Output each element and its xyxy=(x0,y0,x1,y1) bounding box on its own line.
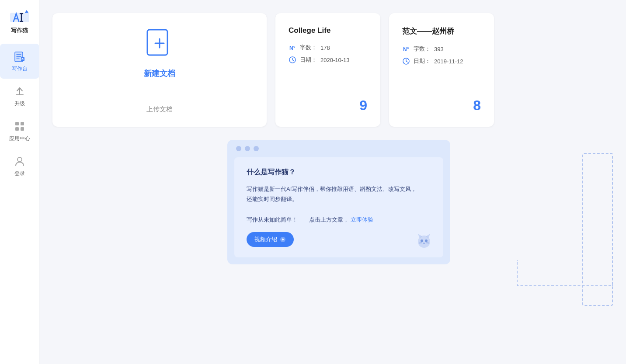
app-logo: 写作猫 xyxy=(0,0,39,44)
new-doc-icon xyxy=(142,26,177,61)
info-panel-title: 什么是写作猫？ xyxy=(247,168,431,177)
info-desc-line2: 还能实时同步翻译。 xyxy=(247,196,298,202)
doc-count-college-life: 9 xyxy=(289,89,367,114)
doc-card-college-life[interactable]: College Life N° 字数： 178 xyxy=(275,13,380,127)
video-intro-button[interactable]: 视频介绍 xyxy=(247,232,294,247)
cards-row: 新建文档 上传文档 College Life N° 字数： 178 xyxy=(52,13,613,127)
date-value: 2020-10-13 xyxy=(320,57,350,63)
svg-point-16 xyxy=(421,239,423,242)
sidebar-app-center-label: 应用中心 xyxy=(9,135,30,142)
main-content: 新建文档 上传文档 College Life N° 字数： 178 xyxy=(39,0,626,364)
doc-count-zhaozhou: 8 xyxy=(402,89,481,114)
doc-title-zhaozhou: 范文——赵州桥 xyxy=(402,26,481,36)
svg-rect-4 xyxy=(15,122,19,125)
new-doc-top: 新建文档 xyxy=(142,26,177,79)
info-panel-desc: 写作猫是新一代AI写作伴侣，帮你推敲用语、斟酌文法、改写文风， 还能实时同步翻译… xyxy=(247,184,431,225)
doc-title-college-life: College Life xyxy=(289,26,367,35)
app-name: 写作猫 xyxy=(11,27,28,35)
new-doc-title: 新建文档 xyxy=(144,68,175,79)
play-icon xyxy=(280,236,286,243)
sidebar-item-writing-desk[interactable]: 写作台 xyxy=(0,44,39,79)
info-panel-header xyxy=(227,140,450,157)
cat-mascot xyxy=(414,229,435,250)
sidebar-upgrade-label: 升级 xyxy=(14,100,25,107)
word-count-value: 178 xyxy=(320,45,330,51)
window-dot-3 xyxy=(254,146,259,151)
window-dot-2 xyxy=(245,146,250,151)
doc-card-content: College Life N° 字数： 178 xyxy=(289,26,367,64)
date-label-2: 日期： xyxy=(414,57,431,65)
doc-meta-college-life: N° 字数： 178 日期： xyxy=(289,44,367,64)
date-value-2: 2019-11-12 xyxy=(434,58,463,65)
svg-text:N°: N° xyxy=(289,45,296,51)
svg-point-8 xyxy=(17,157,22,162)
sidebar-login-label: 登录 xyxy=(14,170,25,177)
date-item-2: 日期： 2019-11-12 xyxy=(402,57,481,65)
sidebar: 写作猫 写作台 升级 xyxy=(0,0,39,364)
new-doc-card[interactable]: 新建文档 上传文档 xyxy=(52,13,267,127)
svg-rect-9 xyxy=(147,30,167,55)
word-count-item-2: N° 字数： 393 xyxy=(402,45,481,53)
word-count-item: N° 字数： 178 xyxy=(289,44,367,52)
info-panel-area: 什么是写作猫？ 写作猫是新一代AI写作伴侣，帮你推敲用语、斟酌文法、改写文风， … xyxy=(52,140,613,264)
dashed-border-bottom xyxy=(517,260,613,286)
card-divider xyxy=(66,92,254,92)
word-count-label-2: 字数： xyxy=(414,45,431,53)
date-item: 日期： 2020-10-13 xyxy=(289,56,367,64)
word-count-value-2: 393 xyxy=(434,46,444,52)
dashed-border-decoration xyxy=(582,153,613,306)
date-icon xyxy=(289,56,296,64)
svg-rect-7 xyxy=(21,127,24,131)
date-icon-2 xyxy=(402,57,410,65)
doc-meta-zhaozhou: N° 字数： 393 日期： xyxy=(402,45,481,65)
sidebar-item-app-center[interactable]: 应用中心 xyxy=(0,114,39,149)
user-icon xyxy=(14,155,26,167)
svg-rect-0 xyxy=(10,13,29,22)
upload-doc-label[interactable]: 上传文档 xyxy=(146,105,173,114)
doc-card-zhaozhou[interactable]: 范文——赵州桥 N° 字数： 393 xyxy=(389,13,494,127)
info-desc-line1: 写作猫是新一代AI写作伴侣，帮你推敲用语、斟酌文法、改写文风， xyxy=(247,186,417,192)
logo-icon xyxy=(9,9,30,25)
word-count-icon-2: N° xyxy=(402,45,410,53)
info-panel-body: 什么是写作猫？ 写作猫是新一代AI写作伴侣，帮你推敲用语、斟酌文法、改写文风， … xyxy=(234,157,443,257)
doc-card-content-2: 范文——赵州桥 N° 字数： 393 xyxy=(402,26,481,65)
info-panel-link[interactable]: 立即体验 xyxy=(351,216,373,223)
upgrade-icon xyxy=(14,85,26,97)
info-panel: 什么是写作猫？ 写作猫是新一代AI写作伴侣，帮你推敲用语、斟酌文法、改写文风， … xyxy=(227,140,450,264)
app-center-icon xyxy=(14,120,26,132)
sidebar-writing-desk-label: 写作台 xyxy=(12,65,28,73)
svg-rect-5 xyxy=(21,122,24,125)
word-count-icon: N° xyxy=(289,44,296,52)
word-count-label: 字数： xyxy=(300,44,317,52)
window-dot-1 xyxy=(236,146,241,151)
sidebar-item-upgrade[interactable]: 升级 xyxy=(0,79,39,114)
svg-point-17 xyxy=(425,239,428,242)
writing-desk-icon xyxy=(14,50,26,62)
date-label: 日期： xyxy=(300,56,317,64)
sidebar-item-login[interactable]: 登录 xyxy=(0,149,39,184)
info-desc-line3: 写作从未如此简单！——点击上方文章， xyxy=(247,216,349,223)
svg-rect-6 xyxy=(15,127,19,131)
svg-text:N°: N° xyxy=(403,46,409,52)
video-btn-label: 视频介绍 xyxy=(254,236,277,243)
